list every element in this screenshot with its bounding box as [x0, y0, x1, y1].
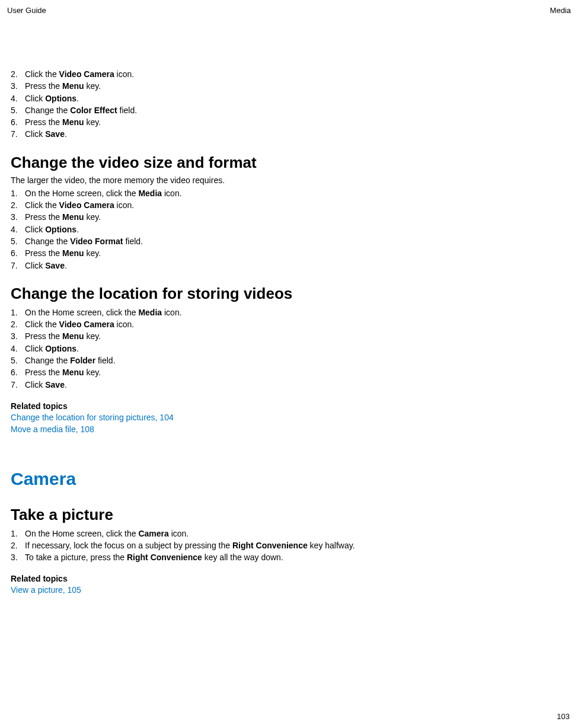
- step-text: Press the Menu key.: [25, 330, 571, 342]
- step-bold-term: Folder: [70, 356, 95, 365]
- step-bold-term: Right Convenience: [232, 541, 308, 550]
- related-topics-heading: Related topics: [11, 401, 571, 411]
- intro-video-size: The larger the video, the more memory th…: [11, 175, 571, 185]
- step-number: 5.: [11, 104, 25, 116]
- step-item: 3.Press the Menu key.: [11, 330, 571, 342]
- step-text: Click Options.: [25, 343, 571, 355]
- step-text: Click the Video Camera icon.: [25, 199, 571, 211]
- step-item: 2.Click the Video Camera icon.: [11, 199, 571, 211]
- step-item: 3.To take a picture, press the Right Con…: [11, 551, 571, 563]
- step-number: 5.: [11, 235, 25, 247]
- steps-list-c: 1.On the Home screen, click the Media ic…: [11, 306, 571, 391]
- step-bold-term: Save: [45, 261, 65, 270]
- step-bold-term: Video Camera: [59, 69, 114, 79]
- step-item: 5.Change the Color Effect field.: [11, 104, 571, 116]
- step-bold-term: Color Effect: [70, 106, 117, 115]
- header-right: Media: [550, 6, 571, 15]
- step-text: Click Save.: [25, 260, 571, 272]
- step-number: 2.: [11, 68, 25, 80]
- step-bold-term: Video Camera: [59, 320, 114, 329]
- step-bold-term: Video Camera: [59, 200, 114, 210]
- related-topic-link[interactable]: View a picture, 105: [11, 584, 571, 596]
- step-item: 4.Click Options.: [11, 92, 571, 104]
- step-text: On the Home screen, click the Camera ico…: [25, 528, 571, 539]
- step-number: 5.: [11, 355, 25, 366]
- step-text: Press the Menu key.: [25, 247, 571, 259]
- step-item: 2.If necessary, lock the focus on a subj…: [11, 539, 571, 551]
- step-text: On the Home screen, click the Media icon…: [25, 306, 571, 318]
- step-item: 6.Press the Menu key.: [11, 116, 571, 128]
- steps-list-a: 2.Click the Video Camera icon.3.Press th…: [11, 68, 571, 141]
- heading-video-size: Change the video size and format: [11, 154, 571, 172]
- step-bold-term: Media: [138, 308, 162, 317]
- step-text: Click Save.: [25, 128, 571, 140]
- step-item: 1.On the Home screen, click the Camera i…: [11, 528, 571, 539]
- step-text: Change the Video Format field.: [25, 235, 571, 247]
- step-number: 2.: [11, 199, 25, 211]
- related-topic-link[interactable]: Move a media file, 108: [11, 423, 571, 435]
- steps-list-d: 1.On the Home screen, click the Camera i…: [11, 528, 571, 564]
- step-bold-term: Camera: [138, 529, 168, 538]
- step-item: 3.Press the Menu key.: [11, 211, 571, 223]
- step-item: 5.Change the Folder field.: [11, 355, 571, 366]
- step-item: 6.Press the Menu key.: [11, 366, 571, 378]
- step-number: 4.: [11, 223, 25, 235]
- page-header: User Guide Media: [7, 6, 571, 15]
- step-bold-term: Menu: [62, 212, 84, 222]
- step-bold-term: Media: [138, 189, 162, 198]
- step-text: Change the Color Effect field.: [25, 104, 571, 116]
- heading-take-picture: Take a picture: [11, 506, 571, 524]
- step-bold-term: Menu: [62, 81, 84, 91]
- step-text: Change the Folder field.: [25, 355, 571, 366]
- related-topics-heading-2: Related topics: [11, 574, 571, 583]
- step-text: Press the Menu key.: [25, 211, 571, 223]
- step-number: 7.: [11, 379, 25, 391]
- step-text: Click the Video Camera icon.: [25, 68, 571, 80]
- step-text: Click Options.: [25, 223, 571, 235]
- step-number: 6.: [11, 366, 25, 378]
- step-number: 3.: [11, 80, 25, 92]
- step-item: 3.Press the Menu key.: [11, 80, 571, 92]
- step-text: Click Save.: [25, 379, 571, 391]
- step-item: 2.Click the Video Camera icon.: [11, 68, 571, 80]
- header-left: User Guide: [7, 6, 46, 15]
- step-number: 6.: [11, 116, 25, 128]
- step-item: 4.Click Options.: [11, 343, 571, 355]
- steps-list-b: 1.On the Home screen, click the Media ic…: [11, 187, 571, 272]
- step-number: 1.: [11, 187, 25, 199]
- step-bold-term: Menu: [62, 248, 84, 258]
- step-item: 7.Click Save.: [11, 128, 571, 140]
- step-number: 7.: [11, 260, 25, 272]
- step-item: 7.Click Save.: [11, 379, 571, 391]
- step-item: 6.Press the Menu key.: [11, 247, 571, 259]
- step-number: 7.: [11, 128, 25, 140]
- page-number: 103: [557, 712, 570, 721]
- step-text: Press the Menu key.: [25, 80, 571, 92]
- related-topic-link[interactable]: Change the location for storing pictures…: [11, 411, 571, 423]
- step-bold-term: Video Format: [70, 237, 123, 246]
- step-bold-term: Options: [45, 225, 76, 234]
- step-text: Press the Menu key.: [25, 366, 571, 378]
- step-number: 1.: [11, 528, 25, 539]
- step-bold-term: Menu: [62, 368, 84, 377]
- step-item: 1.On the Home screen, click the Media ic…: [11, 306, 571, 318]
- step-number: 1.: [11, 306, 25, 318]
- step-number: 2.: [11, 539, 25, 551]
- step-bold-term: Save: [45, 380, 65, 389]
- step-number: 3.: [11, 211, 25, 223]
- step-bold-term: Menu: [62, 117, 84, 127]
- step-text: If necessary, lock the focus on a subjec…: [25, 539, 571, 551]
- step-bold-term: Options: [45, 344, 76, 353]
- step-text: Click the Video Camera icon.: [25, 318, 571, 330]
- step-bold-term: Save: [45, 129, 65, 139]
- step-number: 6.: [11, 247, 25, 259]
- step-number: 4.: [11, 92, 25, 104]
- step-text: Click Options.: [25, 92, 571, 104]
- heading-storing-videos: Change the location for storing videos: [11, 285, 571, 303]
- step-item: 4.Click Options.: [11, 223, 571, 235]
- step-number: 2.: [11, 318, 25, 330]
- step-number: 4.: [11, 343, 25, 355]
- step-text: Press the Menu key.: [25, 116, 571, 128]
- heading-camera: Camera: [11, 469, 571, 489]
- step-number: 3.: [11, 330, 25, 342]
